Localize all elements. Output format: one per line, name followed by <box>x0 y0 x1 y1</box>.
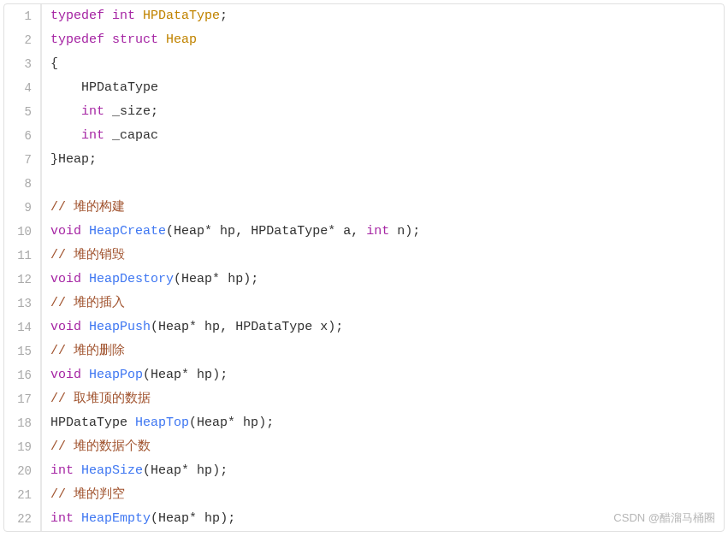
code-token: , <box>220 320 235 334</box>
code-token <box>197 511 204 526</box>
code-token: ); <box>212 368 228 382</box>
code-line: 2typedef struct Heap <box>4 28 724 52</box>
code-token: HeapCreate <box>89 224 166 239</box>
line-number: 5 <box>4 100 40 124</box>
code-line: 17// 取堆顶的数据 <box>4 387 724 411</box>
code-token: * <box>212 272 220 286</box>
code-line: 6 int _capac <box>4 124 724 148</box>
code-token: ); <box>258 416 274 430</box>
code-line: 12void HeapDestory(Heap* hp); <box>4 268 724 292</box>
code-content: // 堆的判空 <box>42 483 125 507</box>
line-number: 3 <box>4 52 40 76</box>
code-token <box>74 511 81 526</box>
code-line: 21// 堆的判空 <box>4 483 724 507</box>
code-token: // 取堆顶的数据 <box>50 392 151 406</box>
code-token <box>335 224 343 239</box>
line-number: 16 <box>4 363 40 387</box>
code-token: int <box>112 9 135 23</box>
code-token: void <box>50 272 81 286</box>
code-token: struct <box>112 32 158 47</box>
code-content: { <box>42 52 58 76</box>
code-token <box>389 224 397 239</box>
code-token: HPDataType <box>81 80 158 95</box>
code-token <box>50 104 81 119</box>
code-content: // 取堆顶的数据 <box>42 387 151 411</box>
code-token: { <box>50 56 58 71</box>
code-token <box>197 320 204 334</box>
code-token: HeapDestory <box>89 272 174 286</box>
line-number: 10 <box>4 220 40 244</box>
code-content: HPDataType HeapTop(Heap* hp); <box>42 411 274 435</box>
code-token: Heap <box>181 272 212 286</box>
code-line: 16void HeapPop(Heap* hp); <box>4 363 724 387</box>
code-token: void <box>50 320 81 334</box>
code-token <box>189 463 197 478</box>
code-token: HPDataType <box>50 416 127 430</box>
code-line: 19// 堆的数据个数 <box>4 435 724 459</box>
code-token: * <box>181 463 189 478</box>
code-token <box>104 128 112 143</box>
code-token: int <box>81 128 104 143</box>
code-token: // 堆的构建 <box>50 200 125 215</box>
code-line: 7}Heap; <box>4 148 724 172</box>
code-token: Heap <box>58 152 89 167</box>
code-token: a <box>343 224 351 239</box>
code-token: HeapPush <box>89 320 151 334</box>
code-content: int HeapEmpty(Heap* hp); <box>42 507 235 531</box>
code-line: 11// 堆的销毁 <box>4 244 724 268</box>
code-lines-container: 1typedef int HPDataType;2typedef struct … <box>4 4 724 531</box>
line-number: 1 <box>4 4 40 28</box>
code-token <box>50 80 81 95</box>
code-content: typedef struct Heap <box>42 28 197 52</box>
code-token: Heap <box>158 320 189 334</box>
code-token: hp <box>243 416 258 430</box>
line-number: 14 <box>4 315 40 339</box>
code-token: * <box>204 224 212 239</box>
code-line: 10void HeapCreate(Heap* hp, HPDataType* … <box>4 220 724 244</box>
code-token <box>212 224 220 239</box>
code-token: ); <box>243 272 258 286</box>
code-token: HeapTop <box>135 416 189 430</box>
code-token: Heap <box>151 368 181 382</box>
code-content: // 堆的数据个数 <box>42 435 151 459</box>
code-token <box>104 32 112 47</box>
code-token: int <box>50 511 74 526</box>
code-token <box>104 9 112 23</box>
line-number: 13 <box>4 292 40 315</box>
code-block: 1typedef int HPDataType;2typedef struct … <box>3 3 725 532</box>
code-line: 5 int _size; <box>4 100 724 124</box>
code-line: 20int HeapSize(Heap* hp); <box>4 459 724 483</box>
code-line: 13// 堆的插入 <box>4 292 724 315</box>
code-token: Heap <box>197 416 228 430</box>
code-token: ( <box>143 368 151 382</box>
code-token: // 堆的数据个数 <box>50 439 151 454</box>
code-token: HeapPop <box>89 368 143 382</box>
code-line: 18HPDataType HeapTop(Heap* hp); <box>4 411 724 435</box>
code-token: HeapEmpty <box>81 511 151 526</box>
code-content: void HeapPush(Heap* hp, HPDataType x); <box>42 315 343 339</box>
code-token: hp <box>220 224 235 239</box>
line-number: 18 <box>4 411 40 435</box>
code-token: HPDataType <box>143 9 220 23</box>
code-line: 14void HeapPush(Heap* hp, HPDataType x); <box>4 315 724 339</box>
code-token <box>127 416 135 430</box>
code-token: } <box>50 152 58 167</box>
code-token: n <box>397 224 405 239</box>
code-token <box>235 416 243 430</box>
code-token <box>104 104 112 119</box>
code-token: ( <box>143 463 151 478</box>
code-token <box>81 224 89 239</box>
code-content: // 堆的销毁 <box>42 244 125 268</box>
code-token <box>81 320 89 334</box>
code-token: hp <box>197 368 212 382</box>
code-token: typedef <box>50 32 104 47</box>
code-token: hp <box>197 463 212 478</box>
code-token: , <box>351 224 366 239</box>
code-token: ; <box>89 152 97 167</box>
code-line: 3{ <box>4 52 724 76</box>
line-number: 2 <box>4 28 40 52</box>
code-token: ); <box>405 224 420 239</box>
code-token: // 堆的删除 <box>50 344 125 358</box>
code-content: }Heap; <box>42 148 97 172</box>
code-token: , <box>235 224 251 239</box>
